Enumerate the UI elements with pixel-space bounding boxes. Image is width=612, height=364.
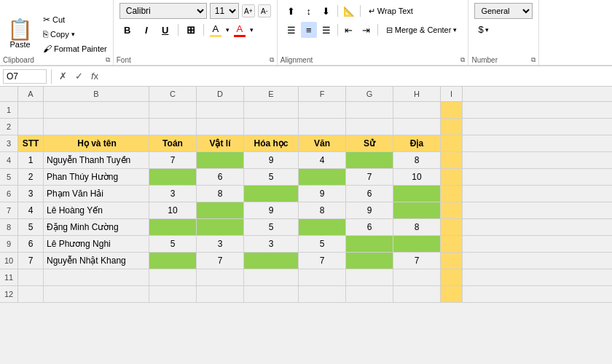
list-item[interactable]: 5 bbox=[244, 169, 299, 185]
list-item[interactable] bbox=[197, 269, 244, 285]
list-item[interactable] bbox=[346, 236, 393, 252]
list-item[interactable] bbox=[149, 286, 197, 302]
angle-text-button[interactable]: 📐 bbox=[341, 3, 357, 19]
list-item[interactable]: Phạm Văn Hải bbox=[44, 186, 149, 202]
list-item[interactable] bbox=[346, 286, 393, 302]
alignment-expand-icon[interactable]: ⧉ bbox=[460, 56, 465, 64]
list-item[interactable] bbox=[441, 269, 463, 285]
list-item[interactable] bbox=[393, 102, 441, 118]
col-header-i[interactable]: I bbox=[441, 87, 463, 101]
list-item[interactable]: Lê Hoàng Yến bbox=[44, 202, 149, 218]
list-item[interactable] bbox=[441, 253, 463, 269]
col-header-a[interactable]: A bbox=[18, 87, 44, 101]
list-item[interactable]: 5 bbox=[244, 219, 299, 235]
align-left-button[interactable]: ☰ bbox=[283, 22, 299, 38]
list-item[interactable]: Họ và tên bbox=[44, 135, 149, 151]
list-item[interactable] bbox=[299, 219, 346, 235]
increase-indent-button[interactable]: ⇥ bbox=[358, 22, 374, 38]
list-item[interactable] bbox=[197, 286, 244, 302]
row-number[interactable]: 7 bbox=[0, 202, 18, 218]
list-item[interactable]: 5 bbox=[299, 236, 346, 252]
list-item[interactable] bbox=[441, 152, 463, 168]
list-item[interactable]: 8 bbox=[197, 186, 244, 202]
list-item[interactable] bbox=[44, 119, 149, 135]
list-item[interactable]: 9 bbox=[244, 202, 299, 218]
list-item[interactable] bbox=[18, 102, 44, 118]
list-item[interactable]: Toán bbox=[149, 135, 197, 151]
list-item[interactable]: 6 bbox=[18, 236, 44, 252]
fill-color-button[interactable]: A bbox=[210, 23, 221, 37]
align-center-button[interactable]: ≡ bbox=[301, 22, 317, 38]
list-item[interactable] bbox=[299, 102, 346, 118]
list-item[interactable]: 8 bbox=[393, 152, 441, 168]
list-item[interactable]: 4 bbox=[18, 202, 44, 218]
list-item[interactable]: 9 bbox=[346, 202, 393, 218]
list-item[interactable] bbox=[299, 286, 346, 302]
list-item[interactable] bbox=[346, 102, 393, 118]
border-button[interactable]: ⊞ bbox=[183, 22, 199, 38]
decrease-indent-button[interactable]: ⇤ bbox=[341, 22, 357, 38]
list-item[interactable]: Vật lí bbox=[197, 135, 244, 151]
confirm-formula-button[interactable]: ✓ bbox=[72, 70, 85, 83]
row-number[interactable]: 2 bbox=[0, 119, 18, 135]
list-item[interactable]: Nguyễn Nhật Khang bbox=[44, 253, 149, 269]
list-item[interactable] bbox=[44, 102, 149, 118]
list-item[interactable]: 4 bbox=[299, 152, 346, 168]
number-format-select[interactable]: General bbox=[474, 3, 533, 19]
list-item[interactable]: 7 bbox=[299, 253, 346, 269]
dollar-button[interactable]: $ ▾ bbox=[474, 22, 492, 37]
list-item[interactable]: 3 bbox=[149, 186, 197, 202]
list-item[interactable] bbox=[197, 202, 244, 218]
list-item[interactable] bbox=[346, 269, 393, 285]
list-item[interactable] bbox=[244, 286, 299, 302]
list-item[interactable]: 6 bbox=[197, 169, 244, 185]
list-item[interactable] bbox=[244, 102, 299, 118]
list-item[interactable]: 5 bbox=[149, 236, 197, 252]
list-item[interactable]: 9 bbox=[244, 152, 299, 168]
list-item[interactable]: 7 bbox=[393, 253, 441, 269]
font-size-decrease-button[interactable]: A- bbox=[258, 4, 271, 17]
row-number[interactable]: 6 bbox=[0, 186, 18, 202]
row-number[interactable]: 1 bbox=[0, 102, 18, 118]
list-item[interactable] bbox=[393, 269, 441, 285]
list-item[interactable]: 8 bbox=[393, 219, 441, 235]
list-item[interactable]: Sử bbox=[346, 135, 393, 151]
font-expand-icon[interactable]: ⧉ bbox=[270, 56, 274, 64]
list-item[interactable] bbox=[244, 253, 299, 269]
list-item[interactable] bbox=[299, 119, 346, 135]
align-middle-button[interactable]: ↕ bbox=[301, 3, 317, 19]
row-number[interactable]: 5 bbox=[0, 169, 18, 185]
list-item[interactable]: 3 bbox=[18, 186, 44, 202]
merge-center-button[interactable]: ⊟ Merge & Center ▾ bbox=[381, 22, 463, 38]
list-item[interactable]: Địa bbox=[393, 135, 441, 151]
list-item[interactable]: STT bbox=[18, 135, 44, 151]
list-item[interactable] bbox=[244, 119, 299, 135]
align-bottom-button[interactable]: ⬇ bbox=[318, 3, 334, 19]
list-item[interactable]: 7 bbox=[346, 169, 393, 185]
list-item[interactable]: 5 bbox=[18, 219, 44, 235]
list-item[interactable]: Hóa học bbox=[244, 135, 299, 151]
list-item[interactable] bbox=[44, 269, 149, 285]
font-size-select[interactable]: 11 bbox=[210, 3, 239, 19]
list-item[interactable] bbox=[149, 269, 197, 285]
col-header-e[interactable]: E bbox=[244, 87, 299, 101]
list-item[interactable] bbox=[346, 119, 393, 135]
list-item[interactable] bbox=[441, 236, 463, 252]
list-item[interactable]: 10 bbox=[149, 202, 197, 218]
wrap-text-button[interactable]: ↵ Wrap Text bbox=[364, 3, 418, 19]
list-item[interactable] bbox=[393, 119, 441, 135]
cancel-formula-button[interactable]: ✗ bbox=[56, 70, 69, 83]
list-item[interactable]: 7 bbox=[18, 253, 44, 269]
list-item[interactable] bbox=[18, 269, 44, 285]
col-header-b[interactable]: B bbox=[44, 87, 149, 101]
list-item[interactable] bbox=[149, 102, 197, 118]
list-item[interactable] bbox=[197, 119, 244, 135]
list-item[interactable]: Đặng Minh Cường bbox=[44, 219, 149, 235]
list-item[interactable] bbox=[149, 119, 197, 135]
list-item[interactable] bbox=[441, 169, 463, 185]
font-size-increase-button[interactable]: A+ bbox=[242, 4, 255, 17]
list-item[interactable] bbox=[441, 119, 463, 135]
list-item[interactable] bbox=[441, 102, 463, 118]
font-color-button[interactable]: A bbox=[234, 23, 246, 37]
font-name-select[interactable]: Calibri bbox=[119, 3, 207, 19]
